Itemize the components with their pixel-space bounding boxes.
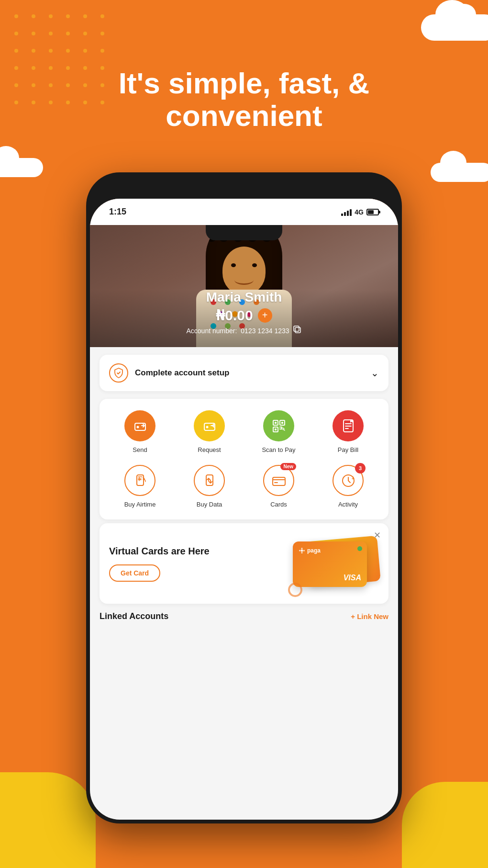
- send-action[interactable]: Send: [107, 410, 173, 453]
- banner-text-area: Virtual Cards are Here Get Card: [109, 545, 293, 582]
- linked-accounts-title: Linked Accounts: [100, 611, 168, 621]
- buy-data-label: Buy Data: [197, 501, 222, 508]
- buy-data-icon: [194, 465, 225, 496]
- yellow-blob-left: [0, 772, 96, 868]
- setup-card[interactable]: Complete account setup ⌄: [100, 355, 388, 391]
- phone-notch: [206, 225, 282, 240]
- cloud-top-right-icon: [421, 14, 488, 41]
- person-face: [222, 247, 266, 294]
- svg-point-35: [301, 548, 303, 549]
- phone-frame: 1:15 4G: [86, 172, 402, 823]
- svg-point-36: [301, 552, 303, 553]
- status-time: 1:15: [109, 207, 126, 217]
- card-status-dot: [357, 546, 362, 551]
- shield-icon: [109, 363, 128, 383]
- svg-point-12: [136, 426, 139, 428]
- svg-point-37: [299, 550, 300, 552]
- virtual-card-banner: Virtual Cards are Here Get Card: [100, 523, 388, 604]
- cards-label: Cards: [270, 501, 287, 508]
- banner-title: Virtual Cards are Here: [109, 545, 293, 557]
- scan-to-pay-label: Scan to Pay: [262, 446, 295, 453]
- card-front: paga VISA: [293, 541, 367, 587]
- battery-icon: [366, 209, 379, 215]
- svg-point-14: [206, 426, 208, 428]
- signal-type: 4G: [355, 208, 364, 216]
- svg-rect-18: [275, 422, 277, 424]
- send-icon: [124, 410, 155, 441]
- scan-to-pay-icon: [263, 410, 294, 441]
- close-banner-button[interactable]: ✕: [374, 530, 381, 541]
- svg-point-38: [303, 550, 305, 552]
- user-info: Maria Smith ₦0.00 + Account number: 0123…: [90, 290, 398, 347]
- request-icon: [194, 410, 225, 441]
- card-visual: paga VISA: [293, 535, 379, 592]
- link-new-button[interactable]: + Link New: [351, 612, 388, 620]
- account-number-area: Account number: 0123 1234 1233: [90, 326, 398, 336]
- account-number-value: 0123 1234 1233: [241, 327, 289, 335]
- svg-rect-20: [275, 428, 277, 430]
- activity-icon: 3: [333, 465, 364, 496]
- buy-data-action[interactable]: Buy Data: [177, 465, 242, 508]
- yellow-blob-right: [402, 782, 488, 868]
- request-action[interactable]: Request: [177, 410, 242, 453]
- phone-screen: 1:15 4G: [90, 199, 398, 820]
- svg-rect-29: [206, 475, 213, 485]
- signal-bars-icon: [341, 208, 352, 216]
- svg-rect-9: [295, 327, 300, 333]
- person-smile: [234, 275, 254, 285]
- headline: It's simple, fast, & convenient: [0, 67, 488, 132]
- cloud-mid-left-icon: [0, 158, 43, 177]
- balance-amount: ₦0.00: [216, 307, 253, 324]
- request-label: Request: [198, 446, 221, 453]
- user-balance: ₦0.00 +: [90, 307, 398, 324]
- svg-rect-19: [281, 422, 283, 424]
- cloud-mid-right-icon: [431, 163, 488, 182]
- main-content: Complete account setup ⌄: [90, 355, 398, 625]
- quick-actions-grid: Send Request: [100, 399, 388, 519]
- status-icons: 4G: [341, 208, 379, 216]
- screen-content: paga Maria Smith ₦0.00 + Account number:…: [90, 199, 398, 820]
- cards-action[interactable]: New Cards: [246, 465, 311, 508]
- user-name: Maria Smith: [90, 290, 398, 305]
- activity-action[interactable]: 3 Activity: [315, 465, 381, 508]
- buy-airtime-action[interactable]: Buy Airtime: [107, 465, 173, 508]
- send-label: Send: [133, 446, 147, 453]
- account-label: Account number:: [186, 327, 237, 335]
- pay-bill-icon: [333, 410, 364, 441]
- new-badge: New: [280, 463, 296, 470]
- svg-rect-10: [294, 326, 299, 331]
- card-decorative-ring: [288, 583, 302, 597]
- card-logo: paga: [299, 547, 361, 554]
- buy-airtime-label: Buy Airtime: [124, 501, 156, 508]
- svg-rect-30: [273, 477, 285, 485]
- cards-icon: New: [263, 465, 294, 496]
- pay-bill-label: Pay Bill: [338, 446, 358, 453]
- buy-airtime-icon: [124, 465, 155, 496]
- chevron-down-icon: ⌄: [371, 367, 379, 379]
- setup-label: Complete account setup: [135, 368, 229, 378]
- scan-to-pay-action[interactable]: Scan to Pay: [246, 410, 311, 453]
- svg-point-34: [301, 550, 303, 552]
- setup-left: Complete account setup: [109, 363, 229, 383]
- activity-label: Activity: [338, 501, 358, 508]
- linked-accounts-section: Linked Accounts + Link New: [100, 608, 388, 625]
- activity-badge: 3: [355, 463, 366, 473]
- visa-label: VISA: [344, 574, 361, 582]
- add-money-button[interactable]: +: [258, 308, 272, 323]
- card-brand-name: paga: [307, 547, 321, 554]
- get-card-button[interactable]: Get Card: [109, 564, 160, 582]
- status-bar: 1:15 4G: [90, 199, 398, 225]
- copy-icon[interactable]: [293, 326, 302, 336]
- pay-bill-action[interactable]: Pay Bill: [315, 410, 381, 453]
